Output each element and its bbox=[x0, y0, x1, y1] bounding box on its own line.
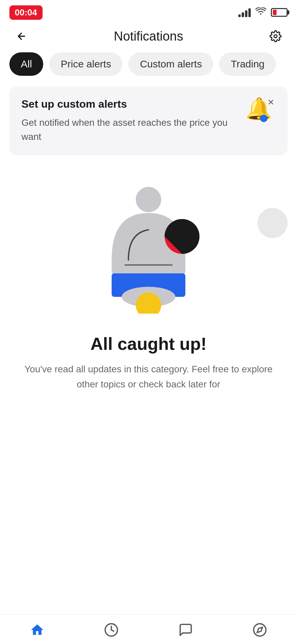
svg-point-0 bbox=[274, 35, 277, 38]
tab-price-alerts[interactable]: Price alerts bbox=[49, 52, 122, 76]
bell-illustration bbox=[0, 166, 297, 314]
svg-marker-14 bbox=[257, 627, 262, 633]
nav-explore[interactable] bbox=[243, 623, 277, 637]
alert-card-title: Set up custom alerts bbox=[21, 98, 235, 110]
bottom-navigation bbox=[0, 614, 297, 644]
header: Notifications bbox=[0, 23, 297, 52]
tab-custom-alerts[interactable]: Custom alerts bbox=[128, 52, 213, 76]
tab-bar: All Price alerts Custom alerts Trading bbox=[0, 52, 297, 76]
close-alert-button[interactable]: × bbox=[263, 95, 278, 109]
tab-all[interactable]: All bbox=[9, 52, 43, 76]
status-bar: 00:04 bbox=[0, 0, 297, 23]
battery-icon bbox=[271, 8, 288, 17]
page-title: Notifications bbox=[114, 29, 183, 44]
empty-state-title: All caught up! bbox=[20, 334, 277, 354]
nav-home[interactable] bbox=[20, 623, 54, 637]
alert-card: Set up custom alerts Get notified when t… bbox=[9, 87, 288, 155]
empty-state: All caught up! You've read all updates i… bbox=[0, 314, 297, 392]
status-timer: 00:04 bbox=[9, 5, 43, 20]
back-button[interactable] bbox=[12, 27, 31, 46]
tab-trading[interactable]: Trading bbox=[219, 52, 276, 76]
nav-messages[interactable] bbox=[169, 623, 202, 637]
empty-state-description: You've read all updates in this category… bbox=[20, 362, 277, 392]
svg-point-1 bbox=[136, 187, 161, 212]
svg-point-13 bbox=[254, 624, 266, 636]
alert-card-content: Set up custom alerts Get notified when t… bbox=[21, 98, 235, 144]
settings-button[interactable] bbox=[266, 27, 285, 46]
notification-dot bbox=[260, 115, 268, 122]
signal-bars-icon bbox=[238, 8, 251, 17]
nav-history[interactable] bbox=[95, 623, 128, 637]
status-icons bbox=[238, 7, 288, 18]
floating-circle-decoration bbox=[257, 208, 288, 238]
alert-card-description: Get notified when the asset reaches the … bbox=[21, 116, 235, 144]
wifi-icon bbox=[255, 7, 266, 18]
